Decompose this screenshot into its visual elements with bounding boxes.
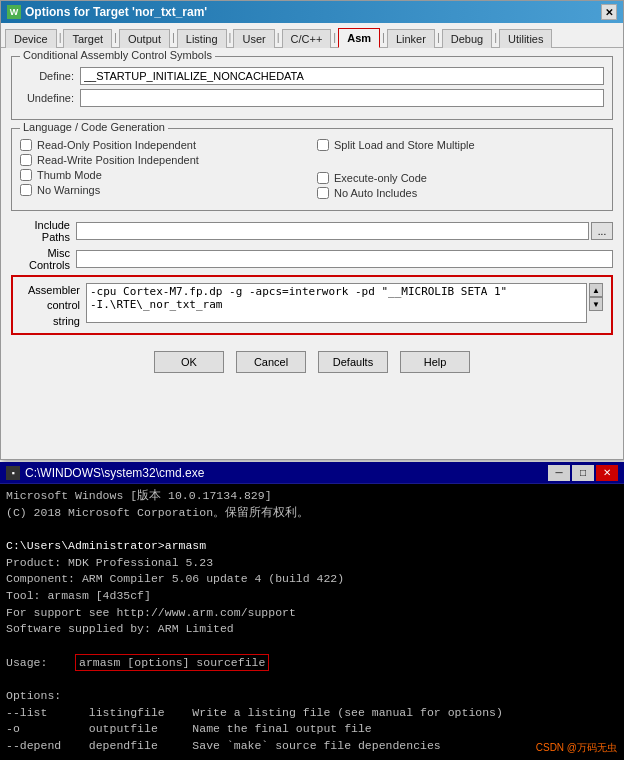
tab-asm[interactable]: Asm bbox=[338, 28, 380, 48]
undefine-row: Undefine: bbox=[20, 89, 604, 107]
checkbox-readonly-pos-ind: Read-Only Position Independent bbox=[20, 139, 307, 151]
readonly-pos-ind-check[interactable] bbox=[20, 139, 32, 151]
readwrite-pos-ind-check[interactable] bbox=[20, 154, 32, 166]
misc-controls-input[interactable] bbox=[76, 250, 613, 268]
checkbox-split-load: Split Load and Store Multiple bbox=[317, 139, 604, 151]
cmd-icon: ▪ bbox=[6, 466, 20, 480]
app-icon: W bbox=[7, 5, 21, 19]
dialog-window: W Options for Target 'nor_txt_ram' ✕ Dev… bbox=[0, 0, 624, 460]
scroll-down-arrow[interactable]: ▼ bbox=[589, 297, 603, 311]
cmd-minimize-button[interactable]: ─ bbox=[548, 465, 570, 481]
no-warnings-check[interactable] bbox=[20, 184, 32, 196]
define-input[interactable] bbox=[80, 67, 604, 85]
checkbox-execute-only: Execute-only Code bbox=[317, 172, 604, 184]
execute-only-label: Execute-only Code bbox=[334, 172, 427, 184]
language-codegen-title: Language / Code Generation bbox=[20, 121, 168, 133]
assembler-control-textarea[interactable]: -cpu Cortex-M7.fp.dp -g -apcs=interwork … bbox=[86, 283, 587, 323]
title-bar-left: W Options for Target 'nor_txt_ram' bbox=[7, 5, 207, 19]
cmd-line-9: Software supplied by: ARM Limited bbox=[6, 621, 618, 638]
execute-only-check[interactable] bbox=[317, 172, 329, 184]
misc-controls-label: MiscControls bbox=[11, 247, 76, 271]
tab-utilities[interactable]: Utilities bbox=[499, 29, 552, 48]
cmd-line-3 bbox=[6, 521, 618, 538]
define-row: Define: bbox=[20, 67, 604, 85]
tab-target[interactable]: Target bbox=[63, 29, 112, 48]
cmd-line-blank2 bbox=[6, 671, 618, 688]
include-paths-label: IncludePaths bbox=[11, 219, 76, 243]
checkbox-thumb-mode: Thumb Mode bbox=[20, 169, 307, 181]
cmd-line-5: Product: MDK Professional 5.23 bbox=[6, 555, 618, 572]
thumb-mode-check[interactable] bbox=[20, 169, 32, 181]
ok-button[interactable]: OK bbox=[154, 351, 224, 373]
checkbox-readwrite-pos-ind: Read-Write Position Independent bbox=[20, 154, 307, 166]
tab-output[interactable]: Output bbox=[119, 29, 170, 48]
cmd-line-blank bbox=[6, 638, 618, 655]
cmd-title-bar: ▪ C:\WINDOWS\system32\cmd.exe ─ □ ✕ bbox=[0, 462, 624, 484]
undefine-input[interactable] bbox=[80, 89, 604, 107]
cmd-depend-line: --depend dependfile Save `make` source f… bbox=[6, 738, 618, 755]
dialog-content: Conditional Assembly Control Symbols Def… bbox=[1, 48, 623, 387]
dialog-buttons: OK Cancel Defaults Help bbox=[11, 343, 613, 379]
checkbox-no-auto-includes: No Auto Includes bbox=[317, 187, 604, 199]
readonly-pos-ind-label: Read-Only Position Independent bbox=[37, 139, 196, 151]
cmd-list-line: --list listingfile Write a listing file … bbox=[6, 705, 618, 722]
cmd-window: ▪ C:\WINDOWS\system32\cmd.exe ─ □ ✕ Micr… bbox=[0, 462, 624, 760]
no-auto-includes-label: No Auto Includes bbox=[334, 187, 417, 199]
help-button[interactable]: Help bbox=[400, 351, 470, 373]
watermark: CSDN @万码无虫 bbox=[533, 740, 620, 756]
checkbox-no-warnings: No Warnings bbox=[20, 184, 307, 196]
no-auto-includes-check[interactable] bbox=[317, 187, 329, 199]
misc-controls-row: MiscControls bbox=[11, 247, 613, 271]
tab-linker[interactable]: Linker bbox=[387, 29, 435, 48]
cmd-line-4: C:\Users\Administrator>armasm bbox=[6, 538, 618, 555]
cmd-options-line: Options: bbox=[6, 688, 618, 705]
cmd-content: Microsoft Windows [版本 10.0.17134.829] (C… bbox=[0, 484, 624, 760]
undefine-label: Undefine: bbox=[20, 92, 80, 104]
tab-debug[interactable]: Debug bbox=[442, 29, 492, 48]
include-paths-input[interactable] bbox=[76, 222, 589, 240]
tab-cpp[interactable]: C/C++ bbox=[282, 29, 332, 48]
scroll-up-arrow[interactable]: ▲ bbox=[589, 283, 603, 297]
conditional-assembly-title: Conditional Assembly Control Symbols bbox=[20, 49, 215, 61]
defaults-button[interactable]: Defaults bbox=[318, 351, 388, 373]
assembler-control-group: Assemblercontrolstring -cpu Cortex-M7.fp… bbox=[11, 275, 613, 335]
cancel-button[interactable]: Cancel bbox=[236, 351, 306, 373]
split-load-label: Split Load and Store Multiple bbox=[334, 139, 475, 151]
tab-device[interactable]: Device bbox=[5, 29, 57, 48]
define-label: Define: bbox=[20, 70, 80, 82]
tab-listing[interactable]: Listing bbox=[177, 29, 227, 48]
split-load-check[interactable] bbox=[317, 139, 329, 151]
cmd-usage-line: Usage: armasm [options] sourcefile bbox=[6, 655, 618, 672]
tab-bar: Device | Target | Output | Listing | Use… bbox=[1, 23, 623, 48]
tab-user[interactable]: User bbox=[233, 29, 274, 48]
cmd-close-button[interactable]: ✕ bbox=[596, 465, 618, 481]
thumb-mode-label: Thumb Mode bbox=[37, 169, 102, 181]
cmd-o-line: -o outputfile Name the final output file bbox=[6, 721, 618, 738]
cmd-title: C:\WINDOWS\system32\cmd.exe bbox=[25, 466, 204, 480]
dialog-title: Options for Target 'nor_txt_ram' bbox=[25, 5, 207, 19]
conditional-assembly-group: Conditional Assembly Control Symbols Def… bbox=[11, 56, 613, 120]
cmd-line-7: Tool: armasm [4d35cf] bbox=[6, 588, 618, 605]
close-button[interactable]: ✕ bbox=[601, 4, 617, 20]
include-paths-row: IncludePaths ... bbox=[11, 219, 613, 243]
cmd-line-2: (C) 2018 Microsoft Corporation。保留所有权利。 bbox=[6, 505, 618, 522]
dialog-title-bar: W Options for Target 'nor_txt_ram' ✕ bbox=[1, 1, 623, 23]
readwrite-pos-ind-label: Read-Write Position Independent bbox=[37, 154, 199, 166]
include-browse-button[interactable]: ... bbox=[591, 222, 613, 240]
cmd-maximize-button[interactable]: □ bbox=[572, 465, 594, 481]
cmd-line-1: Microsoft Windows [版本 10.0.17134.829] bbox=[6, 488, 618, 505]
no-warnings-label: No Warnings bbox=[37, 184, 100, 196]
language-codegen-group: Language / Code Generation Read-Only Pos… bbox=[11, 128, 613, 211]
usage-box: armasm [options] sourcefile bbox=[75, 654, 269, 671]
assembler-control-label: Assemblercontrolstring bbox=[21, 283, 86, 329]
cmd-line-8: For support see http://www.arm.com/suppo… bbox=[6, 605, 618, 622]
cmd-line-6: Component: ARM Compiler 5.06 update 4 (b… bbox=[6, 571, 618, 588]
